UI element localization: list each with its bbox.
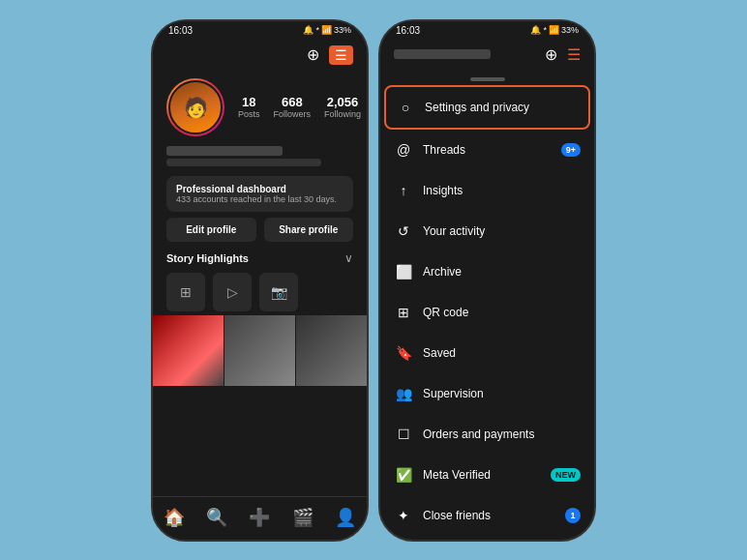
- menu-list: ○Settings and privacy@Threads9+↑Insights…: [380, 85, 594, 540]
- profile-buttons: Edit profile Share profile: [166, 218, 353, 242]
- menu-item-threads[interactable]: @Threads9+: [384, 130, 590, 170]
- highlight-camera-icon[interactable]: 📷: [259, 273, 298, 311]
- posts-label: Posts: [238, 109, 260, 119]
- menu-supervision-icon: 👥: [394, 384, 413, 403]
- menu-close-friends-icon: ✦: [394, 506, 413, 525]
- menu-saved-label: Saved: [423, 346, 581, 360]
- menu-close-friends-label: Close friends: [423, 509, 565, 522]
- posts-stat: 18 Posts: [238, 95, 260, 119]
- menu-username-blur: [394, 49, 491, 59]
- stats-row: 18 Posts 668 Followers 2,056 Following: [238, 95, 361, 119]
- menu-meta-verified-label: Meta Verified: [423, 468, 551, 482]
- menu-item-archive[interactable]: ⬜Archive: [384, 251, 590, 292]
- right-time: 16:03: [396, 25, 420, 36]
- menu-qr-code-label: QR code: [423, 306, 581, 319]
- menu-header-bar: ⊕ ☰: [380, 40, 594, 70]
- edit-profile-button[interactable]: Edit profile: [166, 218, 256, 242]
- photo-gallery: [153, 315, 367, 496]
- hamburger-button[interactable]: ☰: [329, 45, 353, 65]
- highlights-icons-row: ⊞ ▷ 📷: [153, 269, 367, 315]
- menu-insights-label: Insights: [423, 184, 581, 197]
- menu-qr-code-icon: ⊞: [394, 303, 413, 322]
- menu-item-meta-verified[interactable]: ✅Meta VerifiedNEW: [384, 455, 590, 495]
- followers-count: 668: [282, 95, 303, 109]
- nav-home-icon[interactable]: 🏠: [164, 507, 185, 528]
- menu-orders-label: Orders and payments: [423, 427, 581, 441]
- username-blur: [166, 146, 283, 156]
- right-status-icons: 🔔 * 📶 33%: [530, 25, 579, 35]
- followers-label: Followers: [274, 109, 312, 119]
- menu-your-activity-label: Your activity: [423, 224, 581, 238]
- story-highlights-header: Story Highlights ∨: [153, 248, 367, 269]
- menu-your-activity-icon: ↺: [394, 221, 413, 241]
- bottom-nav: 🏠 🔍 ➕ 🎬 👤: [153, 496, 367, 540]
- avatar: 🧑: [166, 78, 224, 136]
- menu-meta-verified-badge: NEW: [551, 468, 581, 482]
- menu-threads-label: Threads: [423, 143, 561, 157]
- menu-item-qr-code[interactable]: ⊞QR code: [384, 292, 590, 333]
- menu-settings-label: Settings and privacy: [425, 101, 579, 114]
- menu-item-close-friends[interactable]: ✦Close friends1: [384, 495, 590, 536]
- menu-threads-badge: 9+: [561, 143, 581, 157]
- menu-insights-icon: ↑: [394, 181, 413, 200]
- bio-blur: [166, 159, 321, 166]
- menu-item-supervision[interactable]: 👥Supervision: [384, 373, 590, 414]
- menu-item-favourites[interactable]: ☆Favourites: [384, 536, 590, 540]
- left-phone-header: ⊕ ☰: [153, 40, 367, 71]
- highlight-grid-icon[interactable]: ⊞: [166, 273, 205, 311]
- left-time: 16:03: [168, 25, 193, 36]
- highlights-chevron-icon[interactable]: ∨: [344, 251, 353, 265]
- posts-count: 18: [242, 95, 255, 109]
- following-label: Following: [324, 109, 361, 119]
- menu-header-icons: ⊕ ☰: [545, 45, 581, 64]
- menu-archive-icon: ⬜: [394, 262, 413, 281]
- followers-stat: 668 Followers: [274, 95, 312, 119]
- menu-supervision-label: Supervision: [423, 387, 581, 400]
- following-stat: 2,056 Following: [324, 95, 361, 119]
- menu-saved-icon: 🔖: [394, 343, 413, 363]
- main-wrapper: D 16:03 🔔 * 📶 33% ⊕ ☰ 🧑 18: [151, 19, 596, 542]
- following-count: 2,056: [327, 95, 359, 109]
- left-status-bar: 16:03 🔔 * 📶 33%: [153, 21, 367, 40]
- highlight-video-icon[interactable]: ▷: [213, 273, 252, 311]
- username-section: [153, 144, 367, 170]
- right-status-bar: 16:03 🔔 * 📶 33%: [380, 21, 594, 40]
- menu-hamburger-icon[interactable]: ☰: [567, 45, 581, 64]
- left-phone: 16:03 🔔 * 📶 33% ⊕ ☰ 🧑 18 Posts: [151, 19, 369, 542]
- share-profile-button[interactable]: Share profile: [264, 218, 354, 242]
- nav-profile-icon[interactable]: 👤: [335, 507, 356, 528]
- profile-section: 🧑 18 Posts 668 Followers 2,056 Following: [153, 71, 367, 144]
- avatar-inner: 🧑: [168, 80, 223, 134]
- menu-item-insights[interactable]: ↑Insights: [384, 170, 590, 211]
- dashboard-box: Professional dashboard 433 accounts reac…: [166, 176, 353, 212]
- highlights-label: Story Highlights: [166, 252, 249, 264]
- menu-item-saved[interactable]: 🔖Saved: [384, 333, 590, 373]
- nav-search-icon[interactable]: 🔍: [206, 507, 227, 528]
- menu-item-orders[interactable]: ☐Orders and payments: [384, 414, 590, 455]
- right-phone: 16:03 🔔 * 📶 33% ⊕ ☰ ○Settings and privac…: [378, 19, 596, 542]
- gallery-cell-3: [296, 315, 367, 386]
- dashboard-subtitle: 433 accounts reached in the last 30 days…: [176, 194, 344, 204]
- menu-item-settings[interactable]: ○Settings and privacy: [384, 85, 590, 130]
- add-post-icon[interactable]: ⊕: [307, 45, 319, 64]
- gallery-cell-1: [153, 315, 224, 386]
- menu-settings-icon: ○: [396, 98, 415, 117]
- menu-add-icon[interactable]: ⊕: [545, 45, 557, 64]
- dashboard-title: Professional dashboard: [176, 184, 344, 194]
- gallery-cell-2: [224, 315, 295, 386]
- menu-handle: [470, 77, 505, 81]
- menu-meta-verified-icon: ✅: [394, 465, 413, 485]
- menu-archive-label: Archive: [423, 265, 581, 279]
- menu-orders-icon: ☐: [394, 425, 413, 444]
- nav-add-icon[interactable]: ➕: [249, 507, 270, 528]
- left-status-icons: 🔔 * 📶 33%: [303, 25, 351, 35]
- nav-reels-icon[interactable]: 🎬: [292, 507, 314, 528]
- menu-item-your-activity[interactable]: ↺Your activity: [384, 211, 590, 251]
- menu-close-friends-badge: 1: [565, 508, 581, 523]
- menu-threads-icon: @: [394, 140, 413, 160]
